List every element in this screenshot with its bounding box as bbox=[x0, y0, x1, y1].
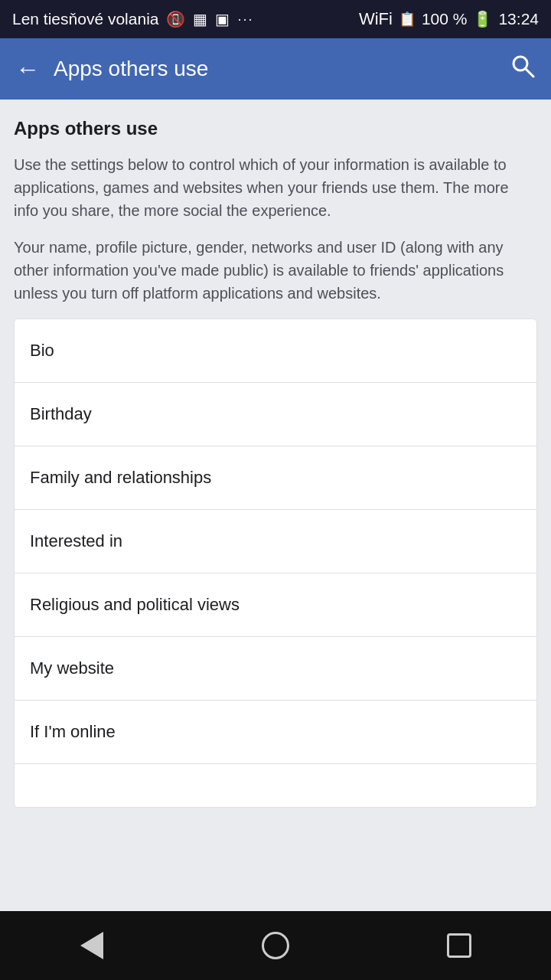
list-item-interested[interactable]: Interested in bbox=[15, 510, 536, 573]
svg-line-1 bbox=[526, 69, 533, 77]
battery-icon: 🔋 bbox=[473, 10, 492, 28]
more-icon: ··· bbox=[237, 11, 253, 28]
carrier-text: Len tiesňové volania 📵 ▦ ▣ ··· bbox=[12, 10, 254, 28]
description-1: Use the settings below to control which … bbox=[14, 153, 537, 222]
bottom-nav bbox=[0, 911, 551, 980]
list-item-religious[interactable]: Religious and political views bbox=[15, 573, 536, 637]
list-item-birthday[interactable]: Birthday bbox=[15, 383, 536, 446]
section-title: Apps others use bbox=[14, 118, 537, 139]
back-triangle-icon bbox=[80, 932, 103, 959]
list-item-online[interactable]: If I'm online bbox=[15, 701, 536, 764]
app-bar-title: Apps others use bbox=[54, 57, 510, 81]
data-icon: 📋 bbox=[399, 11, 416, 28]
battery-label: 100 % bbox=[422, 10, 468, 28]
qr-icon: ▦ bbox=[193, 10, 207, 28]
settings-list: Bio Birthday Family and relationships In… bbox=[14, 318, 537, 808]
list-item-family[interactable]: Family and relationships bbox=[15, 446, 536, 510]
home-circle-icon bbox=[262, 932, 289, 959]
back-button[interactable]: ← bbox=[15, 55, 40, 83]
list-item-bio[interactable]: Bio bbox=[15, 319, 536, 383]
content-area: Apps others use Use the settings below t… bbox=[0, 100, 551, 911]
nav-recents-button[interactable] bbox=[440, 926, 478, 965]
carrier-label: Len tiesňové volania bbox=[12, 10, 158, 28]
status-right: WiFi 📋 100 % 🔋 13:24 bbox=[359, 9, 539, 29]
status-bar: Len tiesňové volania 📵 ▦ ▣ ··· WiFi 📋 10… bbox=[0, 0, 551, 38]
app-bar: ← Apps others use bbox=[0, 38, 551, 100]
list-item-website[interactable]: My website bbox=[15, 637, 536, 701]
time-label: 13:24 bbox=[498, 10, 539, 28]
phone-icon: 📵 bbox=[166, 10, 185, 28]
search-button[interactable] bbox=[510, 53, 536, 85]
nav-home-button[interactable] bbox=[256, 926, 295, 965]
recents-square-icon bbox=[447, 933, 471, 958]
list-item-more[interactable] bbox=[15, 764, 536, 807]
wifi-icon: WiFi bbox=[359, 9, 393, 29]
description-2: Your name, profile picture, gender, netw… bbox=[14, 236, 537, 305]
app-icon: ▣ bbox=[215, 10, 230, 28]
nav-back-button[interactable] bbox=[73, 926, 111, 965]
